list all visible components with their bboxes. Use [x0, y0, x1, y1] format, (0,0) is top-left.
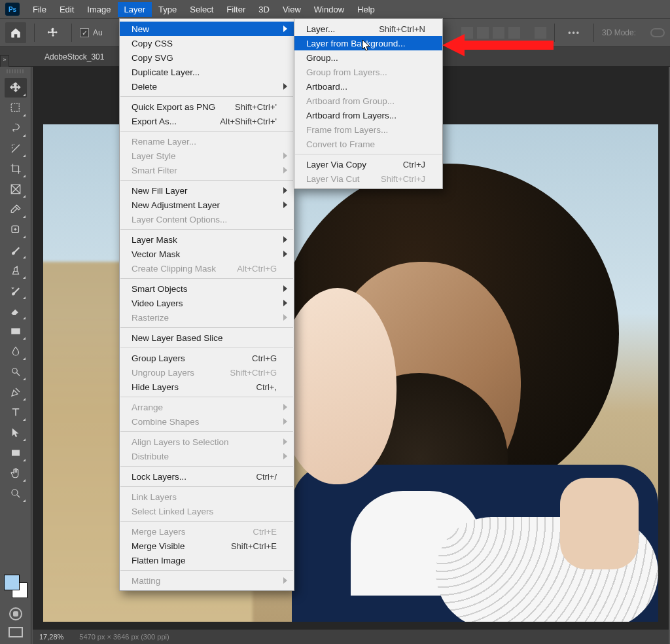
menu-separator: [120, 229, 293, 230]
menu-item-label: Convert to Frame: [306, 139, 375, 149]
pen-tool[interactable]: [5, 382, 27, 402]
screen-mode-button[interactable]: [9, 627, 23, 637]
eyedropper-tool[interactable]: [5, 200, 27, 219]
menu-item-label: Group from Layers...: [306, 67, 387, 77]
more-options-button[interactable]: •••: [563, 28, 586, 37]
new-submenu-layer-from-background[interactable]: Layer from Background...: [294, 36, 442, 50]
new-submenu-layer-via-copy[interactable]: Layer Via CopyCtrl+J: [294, 157, 442, 171]
menu-item-label: Rasterize: [132, 313, 169, 323]
layer-menu-link-layers: Link Layers: [120, 490, 294, 504]
move-tool[interactable]: [5, 78, 27, 98]
menu-image[interactable]: Image: [80, 2, 117, 17]
color-swatches[interactable]: [4, 575, 27, 598]
eraser-tool[interactable]: [5, 301, 27, 321]
panel-grip[interactable]: [7, 69, 25, 73]
quick-mask-button[interactable]: [9, 607, 22, 620]
panel-flyout-handle[interactable]: »: [0, 55, 9, 68]
clone-stamp-tool[interactable]: [5, 260, 27, 280]
new-submenu-layer[interactable]: Layer...Shift+Ctrl+N: [294, 22, 442, 36]
layer-menu-new[interactable]: New: [120, 22, 294, 36]
auto-select-checkbox[interactable]: ✓ Au: [80, 28, 103, 37]
layer-menu-dropdown: NewCopy CSSCopy SVGDuplicate Layer...Del…: [119, 18, 294, 591]
history-brush-tool[interactable]: [5, 281, 27, 300]
layer-menu-delete[interactable]: Delete: [120, 79, 294, 94]
crop-tool[interactable]: [5, 159, 27, 179]
menu-item-label: Merge Visible: [132, 541, 185, 551]
menu-separator: [120, 397, 293, 397]
menu-item-label: New Adjustment Layer: [132, 200, 220, 210]
menu-file[interactable]: File: [26, 2, 53, 17]
layer-menu-smart-objects[interactable]: Smart Objects: [120, 281, 294, 296]
rectangle-tool[interactable]: [5, 443, 27, 463]
zoom-tool[interactable]: [5, 484, 27, 503]
layer-menu-layer-mask[interactable]: Layer Mask: [120, 232, 294, 247]
layer-menu-duplicate-layer[interactable]: Duplicate Layer...: [120, 65, 294, 79]
divider: [593, 24, 594, 42]
hand-tool[interactable]: [5, 463, 27, 483]
menu-window[interactable]: Window: [308, 2, 351, 17]
move-tool-indicator[interactable]: [43, 22, 63, 43]
menu-separator: [120, 180, 293, 181]
menu-layer[interactable]: Layer: [118, 2, 152, 17]
menu-item-shortcut: Shift+Ctrl+': [222, 102, 277, 112]
layer-menu-new-layer-based-slice[interactable]: New Layer Based Slice: [120, 331, 294, 345]
menu-item-label: Layer...: [306, 24, 335, 34]
document-dimensions: 5470 px × 3646 px (300 ppi): [79, 633, 169, 641]
menu-item-label: Copy CSS: [132, 39, 173, 48]
menu-filter[interactable]: Filter: [220, 2, 252, 17]
new-submenu-artboard-from-layers[interactable]: Artboard from Layers...: [294, 108, 442, 122]
menu-item-shortcut: Shift+Ctrl+E: [218, 541, 277, 551]
menu-view[interactable]: View: [276, 2, 308, 17]
menu-item-label: Ungroup Layers: [132, 368, 194, 378]
menu-help[interactable]: Help: [351, 2, 381, 17]
menu-item-shortcut: Ctrl+G: [239, 353, 277, 363]
foreground-swatch[interactable]: [4, 575, 20, 590]
frame-tool[interactable]: [5, 179, 27, 199]
dodge-tool[interactable]: [5, 362, 27, 382]
menu-edit[interactable]: Edit: [53, 2, 80, 17]
gradient-tool[interactable]: [5, 321, 27, 341]
menu-select[interactable]: Select: [183, 2, 220, 17]
layer-menu-copy-svg[interactable]: Copy SVG: [120, 50, 294, 65]
document-tab[interactable]: AdobeStock_301: [37, 48, 112, 65]
svg-rect-3: [11, 329, 20, 334]
menu-item-label: Rename Layer...: [132, 137, 196, 147]
brush-tool[interactable]: [5, 240, 27, 260]
layer-menu-vector-mask[interactable]: Vector Mask: [120, 247, 294, 261]
menu-item-shortcut: Alt+Ctrl+G: [224, 264, 277, 274]
layer-menu-quick-export-as-png[interactable]: Quick Export as PNGShift+Ctrl+': [120, 99, 294, 114]
lasso-tool[interactable]: [5, 118, 27, 138]
blur-tool[interactable]: [5, 342, 27, 361]
spot-healing-tool[interactable]: [5, 220, 27, 240]
new-submenu-artboard[interactable]: Artboard...: [294, 79, 442, 94]
layer-menu-new-fill-layer[interactable]: New Fill Layer: [120, 183, 294, 198]
menu-item-shortcut: Shift+Ctrl+J: [368, 174, 425, 184]
layer-menu-export-as[interactable]: Export As...Alt+Shift+Ctrl+': [120, 114, 294, 128]
3d-mode-icon: [650, 28, 665, 37]
layer-menu-lock-layers[interactable]: Lock Layers...Ctrl+/: [120, 469, 294, 484]
magic-wand-tool[interactable]: [5, 139, 27, 158]
layer-menu-layer-content-options: Layer Content Options...: [120, 212, 294, 226]
layer-menu-flatten-image[interactable]: Flatten Image: [120, 553, 294, 567]
menu-item-label: Artboard from Layers...: [306, 111, 397, 120]
marquee-tool[interactable]: [5, 98, 27, 118]
layer-menu-new-adjustment-layer[interactable]: New Adjustment Layer: [120, 198, 294, 212]
menu-separator: [120, 466, 293, 467]
menu-item-label: Distribute: [132, 452, 169, 461]
path-selection-tool[interactable]: [5, 423, 27, 442]
menu-item-label: Layer Via Copy: [306, 160, 366, 170]
home-button[interactable]: [5, 22, 26, 43]
type-tool[interactable]: [5, 402, 27, 422]
status-bar: 17,28% 5470 px × 3646 px (300 ppi): [33, 630, 669, 644]
layer-menu-create-clipping-mask: Create Clipping MaskAlt+Ctrl+G: [120, 261, 294, 276]
menu-3d[interactable]: 3D: [252, 2, 276, 17]
menu-type[interactable]: Type: [152, 2, 183, 17]
layer-menu-group-layers[interactable]: Group LayersCtrl+G: [120, 351, 294, 365]
layer-menu-copy-css[interactable]: Copy CSS: [120, 36, 294, 50]
menu-item-label: Artboard...: [306, 82, 347, 92]
new-submenu-group[interactable]: Group...: [294, 50, 442, 65]
zoom-level[interactable]: 17,28%: [39, 633, 63, 641]
layer-menu-hide-layers[interactable]: Hide LayersCtrl+,: [120, 380, 294, 394]
layer-menu-merge-visible[interactable]: Merge VisibleShift+Ctrl+E: [120, 539, 294, 553]
layer-menu-video-layers[interactable]: Video Layers: [120, 296, 294, 310]
